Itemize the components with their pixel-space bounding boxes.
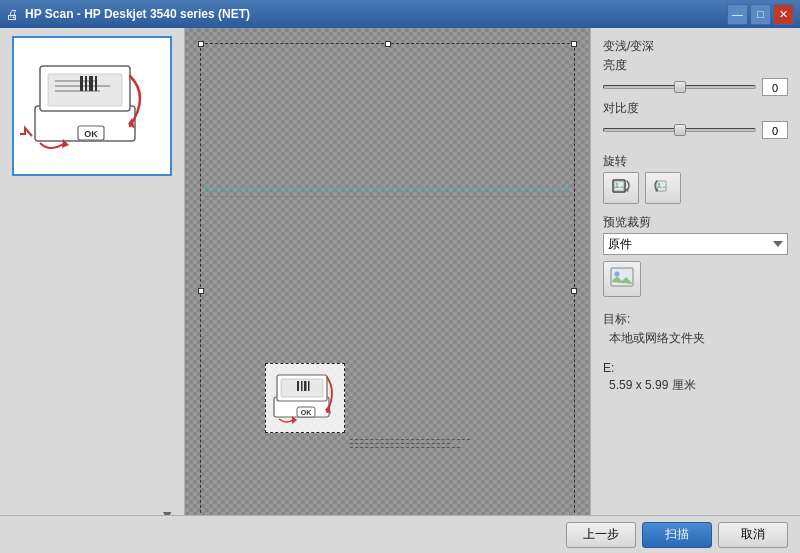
rotate-cw-button[interactable]: [645, 172, 681, 204]
preview-crop-button[interactable]: [603, 261, 641, 297]
preview-crop-dropdown-row: 原件: [603, 233, 788, 255]
left-panel: OK ▼ 1/1: [0, 28, 185, 553]
cancel-button[interactable]: 取消: [718, 522, 788, 548]
preview-crop-label: 预览裁剪: [603, 214, 788, 231]
svg-rect-20: [308, 381, 310, 391]
bottom-bar: 上一步 扫描 取消: [0, 515, 800, 553]
scan-button[interactable]: 扫描: [642, 522, 712, 548]
rotate-ccw-icon: [610, 177, 632, 199]
handle-tr[interactable]: [571, 41, 577, 47]
maximize-button[interactable]: □: [750, 4, 771, 25]
dim-label: E:: [603, 361, 788, 375]
svg-rect-6: [80, 76, 83, 91]
main-content: OK ▼ 1/1: [0, 28, 800, 553]
brightness-contrast-label: 变浅/变深: [603, 38, 788, 55]
contrast-label: 对比度: [603, 100, 788, 117]
svg-point-33: [615, 272, 620, 277]
contrast-slider-row: 0: [603, 121, 788, 139]
brightness-value[interactable]: 0: [762, 78, 788, 96]
right-panel: 变浅/变深 亮度 0 对比度 0 旋转: [590, 28, 800, 553]
target-section: 目标: 本地或网络文件夹: [603, 311, 788, 347]
mini-scanner-svg: OK: [269, 367, 341, 429]
svg-rect-8: [89, 76, 93, 91]
svg-rect-19: [304, 381, 307, 391]
handle-rm[interactable]: [571, 288, 577, 294]
contrast-thumb[interactable]: [674, 124, 686, 136]
svg-rect-17: [297, 381, 299, 391]
svg-text:OK: OK: [84, 129, 98, 139]
target-label: 目标:: [603, 311, 788, 328]
contrast-track[interactable]: [603, 128, 756, 132]
mini-scan-thumbnail: OK: [265, 363, 345, 433]
svg-point-27: [616, 183, 618, 185]
close-button[interactable]: ✕: [773, 4, 794, 25]
selection-box[interactable]: [200, 43, 575, 538]
brightness-track[interactable]: [603, 85, 756, 89]
preview-crop-select[interactable]: 原件: [603, 233, 788, 255]
minimize-button[interactable]: —: [727, 4, 748, 25]
svg-rect-7: [85, 76, 87, 91]
target-value: 本地或网络文件夹: [603, 330, 788, 347]
brightness-label: 亮度: [603, 57, 788, 74]
preview-crop-section: 预览裁剪 原件: [603, 214, 788, 297]
thumbnail-container[interactable]: OK: [12, 36, 172, 176]
handle-tm[interactable]: [385, 41, 391, 47]
brightness-thumb[interactable]: [674, 81, 686, 93]
title-bar: 🖨 HP Scan - HP Deskjet 3540 series (NET)…: [0, 0, 800, 28]
brightness-contrast-section: 变浅/变深 亮度 0 对比度 0: [603, 38, 788, 143]
svg-rect-18: [301, 381, 303, 391]
svg-point-30: [658, 183, 660, 185]
brightness-slider-row: 0: [603, 78, 788, 96]
rotate-cw-icon: [652, 177, 674, 199]
handle-lm[interactable]: [198, 288, 204, 294]
svg-rect-26: [614, 181, 624, 191]
window-icon: 🖨: [6, 7, 19, 22]
rotate-row: [603, 172, 788, 204]
svg-text:OK: OK: [301, 409, 312, 416]
back-button[interactable]: 上一步: [566, 522, 636, 548]
center-panel[interactable]: OK: [185, 28, 590, 553]
dimensions-section: E: 5.59 x 5.99 厘米: [603, 361, 788, 394]
handle-tl[interactable]: [198, 41, 204, 47]
rotate-label: 旋转: [603, 153, 788, 170]
svg-rect-9: [95, 76, 97, 91]
contrast-value[interactable]: 0: [762, 121, 788, 139]
rotate-ccw-button[interactable]: [603, 172, 639, 204]
rotate-section: 旋转: [603, 153, 788, 204]
thumbnail-inner: OK: [17, 41, 167, 171]
window-title: HP Scan - HP Deskjet 3540 series (NET): [25, 7, 250, 21]
dim-value: 5.59 x 5.99 厘米: [603, 377, 788, 394]
crop-preview-icon: [609, 266, 635, 292]
scanner-thumbnail-svg: OK: [20, 46, 165, 166]
